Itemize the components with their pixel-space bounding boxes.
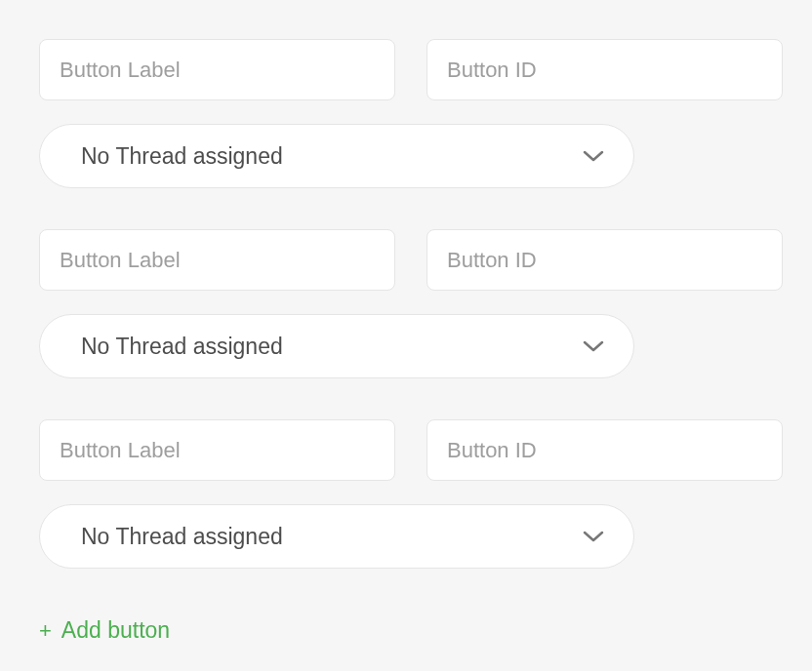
button-config-row: No Thread assigned [39, 39, 783, 188]
button-config-row: No Thread assigned [39, 419, 783, 569]
button-id-input[interactable] [426, 419, 783, 481]
button-label-input[interactable] [39, 419, 395, 481]
thread-dropdown[interactable]: No Thread assigned [39, 124, 634, 188]
input-pair [39, 39, 783, 100]
plus-icon: + [39, 620, 52, 642]
button-config-row: No Thread assigned [39, 229, 783, 378]
add-button-label: Add button [61, 617, 170, 644]
chevron-down-icon [581, 143, 606, 169]
chevron-down-icon [581, 524, 606, 549]
thread-dropdown[interactable]: No Thread assigned [39, 504, 634, 569]
dropdown-selected-label: No Thread assigned [81, 524, 283, 550]
input-pair [39, 229, 783, 291]
add-button[interactable]: + Add button [39, 617, 783, 644]
chevron-down-icon [581, 334, 606, 359]
input-pair [39, 419, 783, 481]
dropdown-selected-label: No Thread assigned [81, 143, 283, 170]
button-id-input[interactable] [426, 39, 783, 100]
dropdown-selected-label: No Thread assigned [81, 334, 283, 360]
thread-dropdown[interactable]: No Thread assigned [39, 314, 634, 378]
button-id-input[interactable] [426, 229, 783, 291]
button-label-input[interactable] [39, 229, 395, 291]
button-label-input[interactable] [39, 39, 395, 100]
